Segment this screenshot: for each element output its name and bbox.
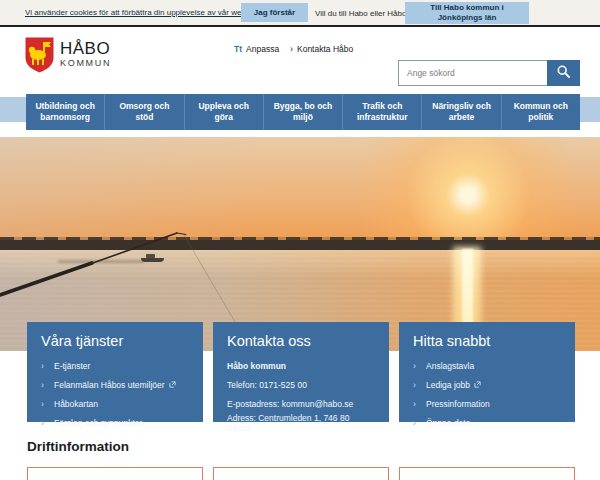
cookie-bar: Vi använder cookies för att förbättra di… <box>0 0 600 27</box>
contact-box: Kontakta oss Håbo kommun Telefon: 0171-5… <box>213 322 389 422</box>
fishing-rod-icon <box>0 137 600 351</box>
contact-habo-link[interactable]: › Kontakta Håbo <box>290 44 353 54</box>
adjust-link[interactable]: Tt Anpassa <box>234 44 279 54</box>
hero-sunset-photo <box>0 137 600 351</box>
chevron-right-icon: › <box>413 418 426 428</box>
link-etjanster[interactable]: › E-tjänster <box>41 356 189 375</box>
site-header: HÅBO KOMMUN Tt Anpassa › Kontakta Håbo <box>0 27 600 93</box>
cookie-accept-button[interactable]: Jag förstår <box>241 3 308 22</box>
quick-find-box-title: Hitta snabbt <box>413 333 561 349</box>
brand-title: HÅBO <box>60 40 111 57</box>
brand-text: HÅBO KOMMUN <box>60 40 111 68</box>
link-forslag[interactable]: › Förslag och synpunkter <box>41 413 189 432</box>
contact-org: Håbo kommun <box>227 356 375 375</box>
search-icon <box>557 65 570 81</box>
chevron-right-icon: › <box>41 361 54 371</box>
habo-jonkoping-button[interactable]: Till Habo kommun i Jönköpings län <box>405 2 529 24</box>
external-link-icon <box>169 381 176 388</box>
nav-item-bygga[interactable]: Bygga, bo och miljö <box>264 94 343 130</box>
text-size-icon: Tt <box>234 44 242 54</box>
chevron-right-icon: › <box>413 361 426 371</box>
link-lediga-jobb[interactable]: › Lediga jobb <box>413 375 561 394</box>
contact-address: Adress: Centrumleden 1, 746 80 Bålsta <box>227 413 375 432</box>
drift-card[interactable] <box>27 467 203 480</box>
cookie-info-link[interactable]: Vi använder cookies för att förbättra di… <box>25 8 253 17</box>
services-box: Våra tjänster › E-tjänster › Felanmälan … <box>27 322 203 422</box>
link-anslagstavla[interactable]: › Anslagstavla <box>413 356 561 375</box>
external-link-icon <box>474 381 481 388</box>
contact-box-title: Kontakta oss <box>227 333 375 349</box>
cookie-question-text: Vill du till Habo eller Håbo? <box>315 9 411 18</box>
chevron-right-icon: › <box>41 399 54 409</box>
chevron-right-icon: › <box>41 380 54 390</box>
brand-subtitle: KOMMUN <box>60 59 111 68</box>
chevron-right-icon: › <box>290 44 293 54</box>
nav-item-naringsliv[interactable]: Näringsliv och arbete <box>422 94 501 130</box>
drift-card[interactable] <box>213 467 389 480</box>
nav-item-kommun[interactable]: Kommun och politik <box>502 94 580 130</box>
contact-phone: Telefon: 0171-525 00 <box>227 375 375 394</box>
link-oppna-data[interactable]: › Öppna data <box>413 413 561 432</box>
link-pressinformation[interactable]: › Pressinformation <box>413 394 561 413</box>
search-input[interactable] <box>398 60 547 86</box>
adjust-label: Anpassa <box>246 44 279 54</box>
nav-item-omsorg[interactable]: Omsorg och stöd <box>105 94 184 130</box>
services-box-title: Våra tjänster <box>41 333 189 349</box>
main-navigation: Utbildning och barnomsorg Omsorg och stö… <box>26 94 580 130</box>
chevron-right-icon: › <box>413 399 426 409</box>
habo-kommun-logo-icon[interactable] <box>25 37 54 77</box>
drift-section-title: Driftinformation <box>27 439 129 454</box>
contact-label: Kontakta Håbo <box>297 44 353 54</box>
search-button[interactable] <box>547 60 580 86</box>
drift-card[interactable] <box>399 467 575 480</box>
link-felanmalan[interactable]: › Felanmälan Håbos utemiljöer <box>41 375 189 394</box>
nav-item-utbildning[interactable]: Utbildning och barnomsorg <box>26 94 105 130</box>
chevron-right-icon: › <box>41 418 54 428</box>
link-habokartan[interactable]: › Håbokartan <box>41 394 189 413</box>
nav-item-uppleva[interactable]: Uppleva och göra <box>185 94 264 130</box>
nav-item-trafik[interactable]: Trafik och infrastruktur <box>343 94 422 130</box>
contact-email[interactable]: E-postadress: kommun@habo.se <box>227 394 375 413</box>
quick-find-box: Hitta snabbt › Anslagstavla › Lediga job… <box>399 322 575 422</box>
chevron-right-icon: › <box>413 380 426 390</box>
